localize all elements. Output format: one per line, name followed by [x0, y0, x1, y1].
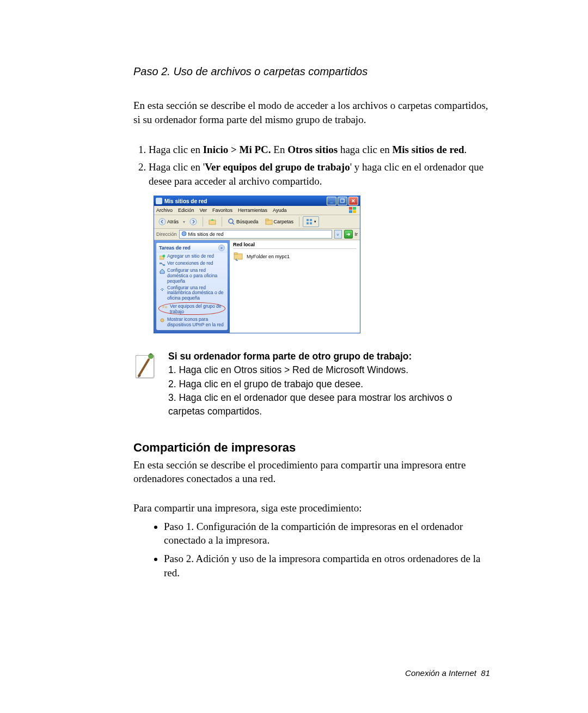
- forward-button[interactable]: [187, 217, 199, 227]
- menu-edicion[interactable]: Edición: [178, 208, 194, 213]
- svg-rect-6: [209, 220, 216, 224]
- task-setup-wireless[interactable]: Configurar una red inalámbrica doméstica…: [156, 284, 228, 301]
- address-dropdown-button[interactable]: v: [334, 230, 342, 239]
- up-button[interactable]: [206, 217, 218, 227]
- svg-point-7: [229, 219, 233, 223]
- collapse-icon[interactable]: «: [218, 245, 225, 251]
- svg-rect-0: [349, 207, 352, 210]
- network-setup-icon: [160, 269, 165, 274]
- menubar: Archivo Edición Ver Favoritos Herramient…: [154, 206, 360, 215]
- search-icon: [228, 218, 235, 226]
- address-label: Dirección: [156, 231, 177, 237]
- svg-rect-23: [165, 306, 167, 308]
- address-field[interactable]: Mis sitios de red: [179, 230, 332, 239]
- views-icon: [305, 218, 313, 226]
- svg-rect-18: [160, 263, 162, 264]
- svg-point-21: [162, 290, 163, 291]
- content-area: Red local MyFolder en mypc1: [230, 240, 360, 333]
- svg-rect-3: [353, 210, 356, 213]
- side-panel: Tareas de red « Agregar un sitio de red …: [154, 240, 230, 333]
- svg-rect-10: [266, 219, 268, 221]
- menu-ver[interactable]: Ver: [200, 208, 207, 213]
- back-icon: [158, 218, 166, 226]
- svg-rect-11: [307, 219, 309, 221]
- instructions-list: Haga clic en Inicio > Mi PC. En Otros si…: [133, 143, 490, 188]
- note-line-1: 1. Haga clic en Otros sitios > Red de Mi…: [168, 363, 490, 377]
- back-button[interactable]: Atrás: [156, 217, 181, 227]
- search-button[interactable]: Búsqueda: [225, 217, 261, 227]
- menu-ayuda[interactable]: Ayuda: [273, 208, 286, 213]
- svg-rect-19: [163, 264, 165, 266]
- svg-rect-13: [307, 222, 309, 224]
- svg-point-24: [161, 319, 164, 322]
- svg-rect-22: [162, 306, 164, 308]
- svg-point-5: [190, 218, 197, 225]
- instruction-1: Haga clic en Inicio > Mi PC. En Otros si…: [149, 143, 490, 157]
- window-title: Mis sitios de red: [164, 198, 326, 204]
- close-button[interactable]: ✕: [348, 197, 358, 205]
- svg-rect-26: [234, 253, 237, 254]
- maximize-button[interactable]: ❐: [338, 197, 347, 205]
- go-label: Ir: [355, 231, 358, 237]
- menu-archivo[interactable]: Archivo: [156, 208, 173, 213]
- window-icon: [156, 198, 162, 204]
- task-view-connections[interactable]: Ver conexiones de red: [156, 260, 228, 267]
- menu-herramientas[interactable]: Herramientas: [238, 208, 267, 213]
- shared-folder-icon: [233, 251, 244, 262]
- screenshot-window: Mis sitios de red _ ❐ ✕ Archivo Edición …: [154, 196, 360, 333]
- svg-point-15: [182, 231, 186, 236]
- forward-icon: [189, 218, 197, 226]
- network-places-icon: [181, 231, 187, 237]
- svg-rect-12: [310, 219, 312, 221]
- printer-step-2: Paso 2. Adición y uso de la impresora co…: [164, 552, 490, 580]
- folders-icon: [265, 218, 273, 226]
- titlebar: Mis sitios de red _ ❐ ✕: [154, 196, 360, 206]
- printer-step-1: Paso 1. Configuración de la compartición…: [164, 520, 490, 547]
- svg-rect-1: [353, 207, 356, 210]
- wireless-icon: [160, 286, 165, 291]
- add-place-icon: [160, 254, 165, 260]
- folder-up-icon: [209, 218, 216, 226]
- note-line-2: 2. Haga clic en el grupo de trabajo que …: [168, 377, 490, 391]
- panel-header[interactable]: Tareas de red «: [156, 243, 228, 253]
- task-view-workgroup[interactable]: Ver equipos del grupo de trabajo: [158, 302, 225, 315]
- column-header[interactable]: Red local: [233, 242, 357, 249]
- note-heading: Si su ordenador forma parte de otro grup…: [168, 350, 490, 363]
- intro-paragraph: En esta sección se describe el modo de a…: [133, 99, 490, 126]
- printer-steps-list: Paso 1. Configuración de la compartición…: [133, 520, 490, 580]
- svg-rect-2: [349, 210, 352, 213]
- views-button[interactable]: ▾: [303, 216, 319, 227]
- page-footer: Conexión a Internet 81: [405, 668, 490, 678]
- menu-favoritos[interactable]: Favoritos: [212, 208, 232, 213]
- printer-intro: En esta sección se describe el procedimi…: [133, 458, 490, 486]
- task-upnp[interactable]: Mostrar iconos para dispositivos UPnP en…: [156, 316, 228, 328]
- folders-button[interactable]: Carpetas: [263, 217, 296, 227]
- svg-rect-14: [310, 222, 312, 224]
- workgroup-icon: [162, 304, 168, 310]
- note-icon: [133, 352, 157, 380]
- svg-point-4: [159, 218, 166, 225]
- upnp-icon: [160, 318, 165, 323]
- svg-line-8: [232, 223, 234, 224]
- task-add-place[interactable]: Agregar un sitio de red: [156, 253, 228, 260]
- note-line-3: 3. Haga clic en el ordenador que desee p…: [168, 391, 490, 419]
- windows-flag-icon: [348, 206, 358, 214]
- step-title: Paso 2. Uso de archivos o carpetas compa…: [133, 65, 490, 78]
- svg-line-28: [139, 359, 149, 376]
- address-bar: Dirección Mis sitios de red v ➜ Ir: [154, 229, 360, 240]
- note-block: Si su ordenador forma parte de otro grup…: [133, 350, 490, 419]
- dropdown-icon: ▾: [183, 220, 185, 224]
- minimize-button[interactable]: _: [327, 197, 336, 205]
- toolbar: Atrás ▾ Búsqueda Carpetas ▾: [154, 215, 360, 229]
- printer-procedure-lead: Para compartir una impresora, siga este …: [133, 501, 490, 515]
- connections-icon: [160, 261, 165, 267]
- instruction-2: Haga clic en 'Ver equipos del grupo de t…: [149, 160, 490, 188]
- go-button[interactable]: ➜: [344, 230, 353, 239]
- list-item[interactable]: MyFolder en mypc1: [233, 251, 357, 262]
- section-printer-sharing: Compartición de impresoras: [133, 441, 490, 455]
- svg-line-20: [162, 263, 163, 265]
- task-setup-home[interactable]: Configurar una red doméstica o para ofic…: [156, 267, 228, 284]
